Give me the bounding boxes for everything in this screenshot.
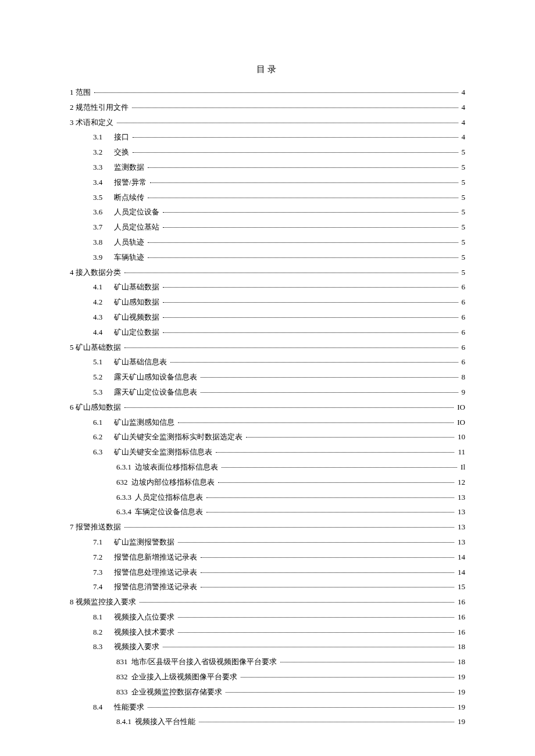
toc-entry: 5.2露天矿山感知设备信息表8 — [70, 371, 465, 384]
toc-entry-number: 3.2 — [93, 146, 114, 159]
toc-entry: 7.4报警信息消警推送记录表15 — [70, 581, 465, 593]
toc-entry-number: 6.2 — [93, 431, 114, 443]
toc-entry: 5.3露天矿山定位设备信息表9 — [70, 386, 465, 399]
toc-entry-heading: 3 术语和定义 — [70, 117, 116, 129]
toc-entry-page: 13 — [455, 536, 465, 549]
toc-entry-page: 5 — [459, 221, 466, 234]
toc-entry-label: 报警信息处理推送记录表 — [114, 567, 199, 579]
toc-entry-page: 19 — [455, 686, 465, 698]
toc-entry-label: 断点续传 — [114, 192, 147, 204]
toc-entry-page: 6 — [459, 342, 466, 354]
toc-leader-dots — [178, 625, 454, 633]
toc-entry-page: 5 — [459, 162, 466, 174]
toc-entry-page: 12 — [455, 476, 465, 489]
toc-entry: 1 范围4 — [70, 87, 465, 99]
toc-entry-label: 矿山关键安全监测指标信息表 — [114, 446, 215, 458]
toc-entry-number: 6.3.4 — [116, 506, 135, 518]
toc-entry-page: 5 — [459, 146, 466, 159]
toc-entry-number: 3.5 — [93, 192, 114, 204]
toc-entry-number: 5.3 — [93, 386, 114, 399]
toc-entry-label: 视频接入平台性能 — [135, 716, 198, 728]
toc-entry-page: 18 — [455, 641, 465, 653]
toc-leader-dots — [150, 175, 458, 183]
toc-leader-dots — [201, 370, 458, 378]
toc-entry: 4 接入数据分类5 — [70, 267, 465, 279]
toc-leader-dots — [201, 581, 454, 588]
toc-entry-number: 8.1 — [93, 611, 114, 624]
toc-entry: 6 矿山感知数据IO — [70, 402, 465, 414]
toc-entry: 3 术语和定义4 — [70, 117, 465, 129]
toc-entry: 4.4矿山定位数据6 — [70, 327, 465, 339]
toc-entry-number: 7.1 — [93, 536, 114, 549]
toc-entry-page: 6 — [459, 327, 466, 339]
toc-entry: 4.1矿山基础数据6 — [70, 281, 465, 293]
toc-entry-heading: 2 规范性引用文件 — [70, 102, 131, 114]
toc-leader-dots — [199, 715, 454, 723]
toc-entry-label: 接口 — [114, 131, 131, 144]
toc-entry-heading: 5 矿山基础数据 — [70, 342, 123, 354]
toc-entry-page: 6 — [459, 356, 466, 368]
toc-entry-number: 8.3 — [93, 641, 114, 653]
toc-entry-page: 16 — [455, 596, 465, 608]
toc-entry-page: 6 — [459, 281, 466, 293]
toc-entry-page: 14 — [455, 551, 465, 564]
toc-entry-label: 露天矿山感知设备信息表 — [114, 371, 199, 384]
toc-leader-dots — [163, 206, 458, 213]
toc-entry: 832企业接入上级视频图像平台要求19 — [70, 671, 465, 683]
toc-entry-label: 监测数据 — [114, 162, 147, 174]
toc-entry-heading: 4 接入数据分类 — [70, 267, 123, 279]
toc-entry-number: 3.7 — [93, 221, 114, 234]
toc-leader-dots — [163, 325, 458, 333]
toc-entry: 8.1视频接入点位要求16 — [70, 611, 465, 624]
toc-entry: 833企业视频监控数据存储要求19 — [70, 686, 465, 698]
toc-entry: 6.3.1边坡表面位移指标信息表Il — [70, 461, 465, 474]
toc-entry-page: 6 — [459, 296, 466, 309]
toc-leader-dots — [94, 85, 458, 93]
toc-leader-dots — [148, 250, 458, 258]
toc-entry-label: 边坡内部位移指标信息表 — [131, 476, 217, 489]
toc-leader-dots — [246, 431, 454, 438]
toc-entry-page: 16 — [455, 611, 465, 624]
toc-leader-dots — [117, 116, 458, 123]
toc-entry-label: 矿山关键安全监测指标实时数据选定表 — [114, 431, 245, 443]
toc-entry-heading: 6 矿山感知数据 — [70, 402, 123, 414]
toc-entry-label: 视频接入要求 — [114, 641, 162, 653]
toc-leader-dots — [222, 460, 457, 468]
toc-entry: 8 视频监控接入要求16 — [70, 596, 465, 608]
toc-entry-page: 13 — [455, 506, 465, 518]
toc-entry-number: 3.9 — [93, 252, 114, 264]
toc-entry-number: 6.1 — [93, 417, 114, 429]
toc-entry-label: 人员定位指标信息表 — [135, 492, 205, 504]
toc-entry-page: 10 — [455, 431, 465, 443]
toc-entry-label: 视频接入点位要求 — [114, 611, 177, 624]
toc-leader-dots — [163, 640, 454, 648]
toc-entry-page: 9 — [459, 386, 466, 399]
toc-entry: 632边坡内部位移指标信息表12 — [70, 476, 465, 489]
toc-leader-dots — [133, 146, 458, 153]
toc-entry-heading: 8 视频监控接入要求 — [70, 596, 138, 608]
toc-entry-label: 车辆定位设备信息表 — [135, 506, 205, 518]
toc-entry-label: 视频接入技术要求 — [114, 626, 177, 639]
toc-entry: 3.1接口4 — [70, 131, 465, 144]
toc-entry: 3.7人员定位基站5 — [70, 221, 465, 234]
toc-entry-number: 7.4 — [93, 581, 114, 593]
toc-leader-dots — [132, 101, 458, 108]
toc-leader-dots — [163, 220, 458, 228]
toc-leader-dots — [206, 506, 454, 513]
toc-entry-page: 5 — [459, 237, 466, 249]
toc-entry-page: 8 — [459, 371, 466, 384]
toc-entry-number: 7.3 — [93, 567, 114, 579]
toc-entry-number: 6.3.1 — [116, 461, 135, 474]
toc-entry: 7 报警推送数据13 — [70, 521, 465, 533]
toc-leader-dots — [216, 445, 454, 453]
toc-entry: 2 规范性引用文件4 — [70, 102, 465, 114]
toc-entry-label: 地市/区县级平台接入省级视频图像平台要求 — [131, 656, 280, 668]
toc-entry-label: 矿山监测报警数据 — [114, 536, 177, 549]
toc-entry-page: 5 — [459, 192, 466, 204]
toc-entry-heading: 7 报警推送数据 — [70, 521, 123, 533]
toc-entry: 3.9车辆轨迹5 — [70, 252, 465, 264]
toc-leader-dots — [163, 281, 458, 288]
toc-leader-dots — [201, 385, 458, 393]
toc-entry-page: Il — [458, 461, 465, 474]
toc-entry: 3.3监测数据5 — [70, 162, 465, 174]
